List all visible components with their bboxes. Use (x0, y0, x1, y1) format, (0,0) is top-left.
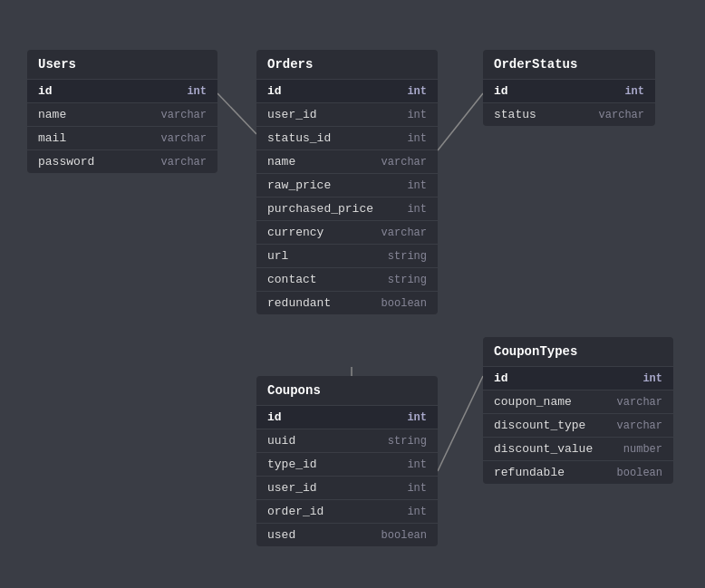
field-type-id: int (407, 85, 427, 98)
field-name-discount_value: discount_value (494, 442, 593, 456)
field-type-purchased_price: int (407, 203, 427, 216)
field-name-redundant: redundant (267, 296, 331, 310)
field-type-name: varchar (161, 109, 207, 121)
field-type-type_id: int (407, 458, 427, 471)
field-name-refundable: refundable (494, 466, 565, 479)
field-type-id: int (407, 411, 427, 424)
field-row-currency: currencyvarchar (256, 220, 438, 244)
field-row-type_id: type_idint (256, 452, 438, 476)
table-orders-header: Orders (256, 50, 438, 79)
field-row-id: idint (483, 79, 655, 102)
field-name-discount_type: discount_type (494, 419, 585, 432)
field-row-name: namevarchar (27, 102, 217, 126)
table-orderstatus: OrderStatusidintstatusvarchar (483, 50, 655, 126)
field-type-url: string (388, 250, 427, 263)
svg-line-1 (438, 93, 483, 150)
field-type-name: varchar (381, 156, 427, 169)
field-row-password: passwordvarchar (27, 149, 217, 173)
field-name-name: name (38, 108, 66, 121)
field-row-id: idint (483, 366, 673, 390)
field-name-url: url (267, 249, 288, 263)
field-name-purchased_price: purchased_price (267, 202, 373, 216)
field-row-order_id: order_idint (256, 499, 438, 523)
field-row-status_id: status_idint (256, 126, 438, 149)
field-name-mail: mail (38, 131, 66, 145)
table-users: Usersidintnamevarcharmailvarcharpassword… (27, 50, 217, 173)
field-name-name: name (267, 155, 295, 169)
field-row-purchased_price: purchased_priceint (256, 197, 438, 220)
field-row-used: usedboolean (256, 523, 438, 546)
field-row-mail: mailvarchar (27, 126, 217, 149)
svg-line-3 (438, 376, 483, 471)
field-row-redundant: redundantboolean (256, 291, 438, 314)
field-row-contact: contactstring (256, 267, 438, 291)
field-type-discount_value: number (623, 443, 662, 456)
field-type-contact: string (388, 274, 427, 286)
field-row-refundable: refundableboolean (483, 460, 673, 484)
field-row-coupon_name: coupon_namevarchar (483, 390, 673, 413)
field-name-password: password (38, 155, 94, 169)
field-row-discount_type: discount_typevarchar (483, 413, 673, 437)
field-name-currency: currency (267, 226, 324, 239)
field-name-used: used (267, 528, 295, 542)
field-name-status: status (494, 108, 536, 121)
table-coupons: Couponsidintuuidstringtype_idintuser_idi… (256, 376, 438, 546)
field-row-discount_value: discount_valuenumber (483, 437, 673, 460)
field-row-uuid: uuidstring (256, 429, 438, 452)
field-type-discount_type: varchar (617, 419, 662, 432)
table-orderstatus-header: OrderStatus (483, 50, 655, 79)
field-type-redundant: boolean (381, 297, 427, 310)
table-coupons-header: Coupons (256, 376, 438, 405)
field-type-id: int (624, 85, 644, 98)
field-type-order_id: int (407, 506, 427, 518)
field-name-user_id: user_id (267, 481, 317, 495)
field-row-user_id: user_idint (256, 102, 438, 126)
field-type-password: varchar (161, 156, 207, 169)
field-name-contact: contact (267, 273, 317, 286)
field-row-name: namevarchar (256, 149, 438, 173)
field-name-uuid: uuid (267, 434, 295, 448)
field-row-id: idint (27, 79, 217, 102)
field-name-id: id (267, 84, 282, 98)
field-name-id: id (38, 84, 53, 98)
field-type-uuid: string (388, 435, 427, 448)
field-row-status: statusvarchar (483, 102, 655, 126)
field-type-currency: varchar (381, 227, 427, 239)
field-type-used: boolean (381, 529, 427, 542)
table-users-header: Users (27, 50, 217, 79)
field-name-user_id: user_id (267, 108, 317, 121)
field-name-order_id: order_id (267, 505, 324, 518)
field-row-id: idint (256, 405, 438, 429)
table-coupontypes: CouponTypesidintcoupon_namevarchardiscou… (483, 337, 673, 484)
field-name-id: id (267, 410, 282, 424)
field-type-status_id: int (407, 132, 427, 145)
field-name-id: id (494, 371, 508, 385)
field-name-raw_price: raw_price (267, 178, 331, 192)
svg-line-0 (217, 93, 256, 134)
field-row-user_id: user_idint (256, 476, 438, 499)
field-type-user_id: int (407, 482, 427, 495)
field-row-raw_price: raw_priceint (256, 173, 438, 197)
field-type-refundable: boolean (617, 467, 662, 479)
field-type-raw_price: int (407, 179, 427, 192)
field-type-mail: varchar (161, 132, 207, 145)
table-orders: Ordersidintuser_idintstatus_idintnamevar… (256, 50, 438, 314)
field-row-url: urlstring (256, 244, 438, 267)
field-name-status_id: status_id (267, 131, 331, 145)
field-name-coupon_name: coupon_name (494, 395, 572, 409)
field-type-id: int (187, 85, 207, 98)
field-name-id: id (494, 84, 508, 98)
field-type-id: int (642, 372, 662, 385)
field-type-user_id: int (407, 109, 427, 121)
field-type-coupon_name: varchar (617, 396, 662, 409)
field-row-id: idint (256, 79, 438, 102)
field-type-status: varchar (599, 109, 644, 121)
table-coupontypes-header: CouponTypes (483, 337, 673, 366)
field-name-type_id: type_id (267, 458, 317, 471)
